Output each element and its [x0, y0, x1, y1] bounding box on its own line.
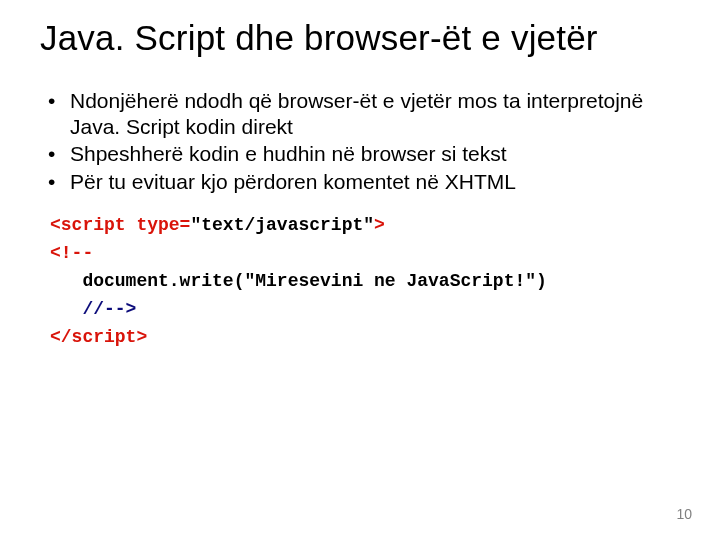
slide-content: Java. Script dhe browser-ët e vjetër Ndo… — [0, 0, 720, 352]
code-line-2: <!-- — [50, 240, 680, 268]
code-example: <script type="text/javascript"> <!-- doc… — [50, 212, 680, 351]
bullet-item: Për tu evituar kjo përdoren komentet në … — [44, 169, 680, 195]
code-line-5: </script> — [50, 324, 680, 352]
code-line-3: document.write("Miresevini ne JavaScript… — [50, 268, 680, 296]
page-number: 10 — [676, 506, 692, 522]
bullet-item: Ndonjëherë ndodh që browser-ët e vjetër … — [44, 88, 680, 139]
bullet-item: Shpeshherë kodin e hudhin në browser si … — [44, 141, 680, 167]
code-token: "text/javascript" — [190, 215, 374, 235]
code-line-1: <script type="text/javascript"> — [50, 212, 680, 240]
code-token: > — [374, 215, 385, 235]
code-token: <script type= — [50, 215, 190, 235]
code-line-4: //--> — [50, 296, 680, 324]
bullet-list: Ndonjëherë ndodh që browser-ët e vjetër … — [44, 88, 680, 194]
slide-title: Java. Script dhe browser-ët e vjetër — [40, 18, 680, 58]
